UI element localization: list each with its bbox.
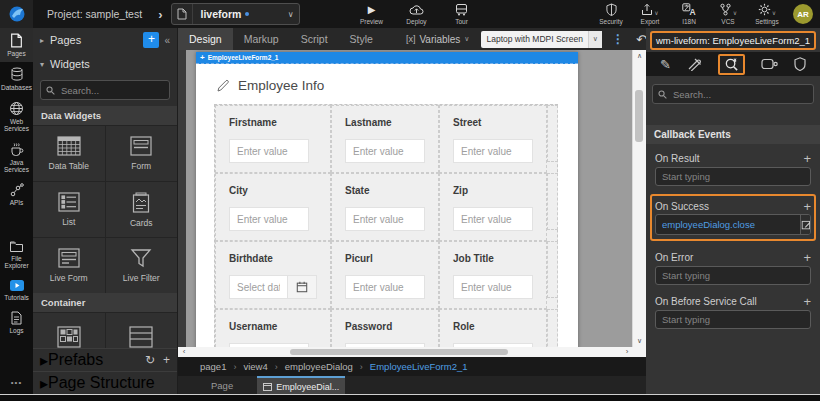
picurl-input[interactable]: [345, 275, 425, 299]
widget-tile-data-table[interactable]: Data Table: [33, 126, 105, 181]
add-action-icon[interactable]: +: [803, 199, 811, 214]
collapse-panel-icon[interactable]: «: [164, 35, 170, 46]
form-field-password[interactable]: Password: [331, 309, 439, 347]
widget-search-box[interactable]: [40, 80, 170, 100]
form-field-role[interactable]: Role: [439, 309, 547, 347]
properties-search-input[interactable]: [671, 88, 808, 101]
tab-markup[interactable]: Markup: [233, 28, 290, 50]
scroll-right-arrow[interactable]: ›: [621, 347, 633, 357]
state-input[interactable]: [345, 207, 425, 231]
birthdate-input[interactable]: [229, 275, 287, 299]
sidebar-item-apis[interactable]: APIs: [0, 178, 33, 211]
form-field-username[interactable]: Username: [215, 309, 331, 347]
styles-tab-brush-icon[interactable]: [687, 57, 702, 71]
user-avatar[interactable]: AR: [793, 4, 813, 24]
form-field-firstname[interactable]: Firstname: [215, 105, 331, 173]
sidebar-item-file-explorer[interactable]: File Explorer: [0, 235, 33, 274]
vertical-scroll-thumb[interactable]: [635, 90, 643, 142]
design-canvas[interactable]: + EmployeeLiveForm2_1 Employee Info Firs…: [178, 50, 646, 347]
breadcrumb-item-view4[interactable]: view4: [243, 361, 267, 372]
tab-script[interactable]: Script: [290, 28, 339, 50]
on-result-input[interactable]: [655, 167, 811, 186]
canvas-more-menu-icon[interactable]: ⋮: [612, 32, 624, 46]
sidebar-item-tutorials[interactable]: Tutorials: [0, 274, 33, 306]
form-field-lastname[interactable]: Lastname: [331, 105, 439, 173]
variables-button[interactable]: [x] Variables ∨: [406, 34, 470, 45]
sidebar-item-pages[interactable]: Pages: [0, 28, 33, 62]
bottom-tab-page[interactable]: Page: [211, 376, 233, 395]
form-field-city[interactable]: City: [215, 173, 331, 241]
rail-more-button[interactable]: •••: [0, 372, 33, 395]
properties-tab-pencil-icon[interactable]: ✎: [660, 57, 671, 72]
widget-tile-form[interactable]: Form: [106, 126, 178, 181]
add-action-icon[interactable]: +: [803, 151, 811, 166]
canvas-page[interactable]: + EmployeeLiveForm2_1 Employee Info Firs…: [196, 52, 578, 347]
sidebar-item-web-services[interactable]: Web Services: [0, 96, 33, 137]
form-title-row[interactable]: Employee Info: [196, 64, 578, 104]
canvas-vertical-scrollbar[interactable]: ∧ ∨: [632, 50, 646, 347]
pages-section-header[interactable]: ▸ Pages + «: [33, 28, 177, 52]
breadcrumb-item-employeeliveform[interactable]: EmployeeLiveForm2_1: [370, 361, 468, 372]
sidebar-item-databases[interactable]: Databases: [0, 62, 33, 96]
city-input[interactable]: [229, 207, 309, 231]
form-field-job-title[interactable]: Job Title: [439, 241, 547, 309]
form-field-state[interactable]: State: [331, 173, 439, 241]
add-prefab-icon[interactable]: +: [163, 353, 170, 367]
widget-tile-live-filter[interactable]: Live Filter: [106, 238, 178, 293]
properties-search-box[interactable]: [652, 84, 814, 104]
prefabs-section-header[interactable]: ▸ Prefabs ↻ +: [33, 348, 177, 371]
form-field-birthdate[interactable]: Birthdate: [215, 241, 331, 309]
form-field-street[interactable]: Street: [439, 105, 547, 173]
street-input[interactable]: [453, 139, 533, 163]
device-selector-dropdown[interactable]: Laptop with MDPI Screen ∨: [481, 31, 601, 48]
edit-action-button[interactable]: [800, 215, 811, 234]
security-button[interactable]: Security: [598, 3, 624, 25]
lastname-input[interactable]: [345, 139, 425, 163]
scroll-down-arrow[interactable]: ∨: [633, 335, 646, 347]
widget-search-input[interactable]: [59, 84, 164, 97]
i18n-button[interactable]: A I18N: [676, 3, 702, 25]
tab-style[interactable]: Style: [339, 28, 384, 50]
breadcrumb-item-page1[interactable]: page1: [200, 361, 226, 372]
horizontal-scroll-thumb[interactable]: [290, 349, 508, 355]
widget-tile-cards[interactable]: Cards: [106, 182, 178, 237]
widgets-section-header[interactable]: ▾ Widgets: [33, 52, 177, 76]
on-before-service-call-input[interactable]: [655, 310, 811, 329]
canvas-horizontal-scrollbar[interactable]: ‹ ›: [178, 347, 633, 357]
job-title-input[interactable]: [453, 275, 533, 299]
scroll-left-arrow[interactable]: ‹: [178, 347, 190, 357]
calendar-button[interactable]: [287, 275, 317, 299]
page-structure-section-header[interactable]: ▸ Page Structure: [33, 371, 177, 394]
refresh-icon[interactable]: ↻: [145, 353, 155, 367]
wavemaker-logo[interactable]: [0, 0, 33, 28]
security-tab-shield-icon[interactable]: [794, 57, 806, 71]
page-selector-dropdown[interactable]: liveform ∨: [171, 3, 300, 25]
widget-tile-list[interactable]: List: [33, 182, 105, 237]
form-field-zip[interactable]: Zip: [439, 173, 547, 241]
sidebar-item-java-services[interactable]: Java Services: [0, 137, 33, 178]
scroll-up-arrow[interactable]: ∧: [633, 50, 646, 62]
device-tab-camera-icon[interactable]: [761, 58, 778, 70]
add-action-icon[interactable]: +: [803, 250, 811, 265]
on-success-input[interactable]: [656, 215, 800, 234]
sidebar-item-logs[interactable]: Logs: [0, 306, 33, 339]
firstname-input[interactable]: [229, 139, 309, 163]
zip-input[interactable]: [453, 207, 533, 231]
form-field-picurl[interactable]: Picurl: [331, 241, 439, 309]
settings-button[interactable]: ∨ Settings: [754, 3, 780, 25]
vcs-button[interactable]: ∨ VCS: [715, 3, 741, 25]
add-action-icon[interactable]: +: [803, 294, 811, 309]
add-page-button[interactable]: +: [143, 32, 159, 48]
widget-tile-live-form[interactable]: Live Form: [33, 238, 105, 293]
tab-design[interactable]: Design: [178, 28, 233, 50]
bottom-tab-employee-dialog[interactable]: EmployeeDial...: [257, 376, 345, 395]
preview-button[interactable]: ▶ Preview: [358, 3, 384, 25]
deploy-button[interactable]: Deploy: [403, 3, 429, 25]
event-on-error: On Error +: [655, 249, 811, 285]
tour-button[interactable]: Tour: [448, 3, 474, 25]
breadcrumb-item-employeedialog[interactable]: employeeDialog: [285, 361, 353, 372]
on-error-input[interactable]: [655, 266, 811, 285]
selected-widget-bar[interactable]: + EmployeeLiveForm2_1: [196, 52, 578, 64]
export-button[interactable]: ∨ Export: [637, 3, 663, 25]
events-tab-icon[interactable]: [718, 54, 745, 75]
